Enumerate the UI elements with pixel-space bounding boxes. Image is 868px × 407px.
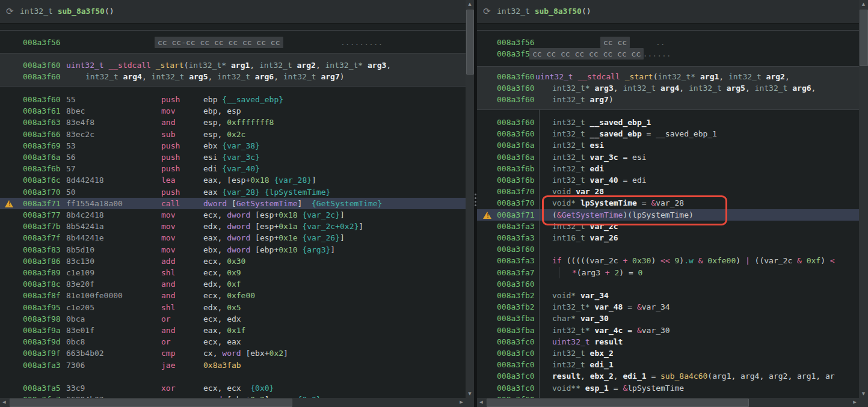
address[interactable]: 008a3f9d	[23, 336, 61, 347]
address[interactable]: 008a3f77	[23, 209, 61, 221]
code-token[interactable]: edx,	[203, 280, 227, 289]
address[interactable]: 008a3f71	[23, 198, 61, 209]
hex-bytes-row[interactable]: 008a3f56cc cc-cc cc cc cc cc cc cc......…	[0, 37, 466, 48]
scroll-right-button[interactable]: ▶	[457, 398, 466, 407]
disassembly-row[interactable]: 008a3f7b8b54241amovedx, dword [esp+0x1a …	[0, 221, 466, 232]
address[interactable]: 008a3fb2	[497, 290, 535, 301]
code-token[interactable]: sub_8a3f50	[58, 7, 105, 16]
address[interactable]: 008a3f9a	[23, 325, 61, 336]
hlil-expression[interactable]: int32_t __saved_ebp_1	[552, 117, 651, 128]
code-token[interactable]: ,	[614, 84, 623, 93]
code-token[interactable]: edx,	[203, 222, 227, 231]
code-token[interactable]: ,	[745, 84, 755, 93]
hex-bytes-row[interactable]: 008a3f56cc cc..	[477, 37, 859, 48]
address[interactable]: 008a3f9f	[23, 347, 61, 359]
operands[interactable]: eax, dword [esp+0x1e {var_26}]	[203, 232, 345, 243]
code-token[interactable]: ebp	[203, 95, 222, 104]
code-token[interactable]: ,	[250, 61, 259, 70]
signature-row[interactable]: 008a3f60int32_t arg4, int32_t arg5, int3…	[0, 71, 466, 82]
operands[interactable]: eax, [esp+0x18 {var_28}]	[203, 174, 316, 186]
disassembly-row[interactable]: 008a3fa766894b02movword [ebx+0x2], cx {0…	[0, 394, 466, 398]
mnemonic[interactable]: xor	[161, 382, 175, 394]
address[interactable]: 008a3f6b	[23, 163, 61, 174]
address[interactable]: 008a3f60	[23, 94, 61, 105]
scroll-down-button[interactable]: ▼	[859, 390, 868, 398]
code-token[interactable]: sub_8a3f50	[535, 7, 582, 16]
instruction-bytes[interactable]: 0bca	[66, 313, 85, 325]
signature-row[interactable]: 008a3f60int32_t arg7)	[477, 94, 859, 105]
code-token[interactable]: ,	[142, 72, 152, 81]
code-token[interactable]: ]	[340, 210, 345, 219]
hlil-row[interactable]: 008a3f70void* lpSystemTime = &var_28	[477, 197, 859, 209]
code-token[interactable]: eax,	[203, 326, 227, 335]
disassembly-row[interactable]: 008a3fa533c9xorecx, ecx {0x0}	[0, 382, 466, 394]
instruction-bytes[interactable]: 83e01f	[66, 325, 94, 336]
code-token[interactable]	[53, 7, 58, 16]
code-token[interactable]: *	[572, 268, 577, 277]
code-token[interactable]: {var_40}	[222, 164, 260, 173]
code-token[interactable]: [ebx+	[241, 349, 269, 358]
address[interactable]: 008a3f56	[23, 37, 61, 48]
signature-text[interactable]: int32_t arg4, int32_t arg5, int32_t arg6…	[85, 71, 345, 82]
code-token[interactable]: int32_t	[552, 349, 585, 358]
disassembly-row[interactable]: 008a3f6c8d442418leaeax, [esp+0x18 {var_2…	[0, 174, 466, 186]
address[interactable]: 008a3f69	[23, 140, 61, 151]
mnemonic[interactable]: cmp	[161, 347, 175, 359]
disassembly-row[interactable]: 008a3f6a56pushesi {var_3c}	[0, 151, 466, 163]
instruction-bytes[interactable]: 663b4b02	[66, 347, 104, 359]
code-token[interactable]: ,	[811, 84, 816, 93]
hex-bytes-row[interactable]: 008a3f58cc cc cc cc cc cc cc cc........	[477, 48, 859, 60]
code-token[interactable]: {var_38}	[222, 141, 260, 150]
mnemonic[interactable]: push	[161, 186, 180, 198]
instruction-bytes[interactable]: 8b5d10	[66, 244, 94, 256]
hlil-expression[interactable]: int32_t esi	[552, 139, 604, 151]
horizontal-scrollbar[interactable]: ◀ ▶	[477, 398, 859, 407]
code-token[interactable]: void*	[552, 291, 576, 300]
address[interactable]: 008a3f70	[497, 197, 535, 209]
address[interactable]: 008a3f6a	[23, 151, 61, 163]
code-token[interactable]: arg5	[184, 72, 208, 81]
mnemonic[interactable]: push	[161, 163, 180, 174]
hlil-row[interactable]: 008a3fb2int32_t* var_48 = &var_34	[477, 301, 859, 313]
code-token[interactable]: int32_t*	[658, 72, 696, 81]
hlil-expression[interactable]: char* var_30	[552, 313, 609, 324]
hlil-row[interactable]: 008a3fc0int32_t ebx_2	[477, 347, 859, 359]
scroll-down-button[interactable]: ▼	[466, 390, 474, 398]
instruction-bytes[interactable]: 83ec2c	[66, 129, 94, 140]
code-token[interactable]: var_30	[576, 314, 609, 323]
code-token[interactable]: arg7	[585, 95, 609, 104]
operands[interactable]: eax, 0x1f	[203, 325, 245, 336]
hlil-expression[interactable]: int32_t var_2c	[552, 221, 618, 232]
disassembly-row[interactable]: 008a3f95c1e205shledx, 0x5	[0, 302, 466, 313]
code-token[interactable]: void*	[552, 198, 576, 207]
hlil-expression[interactable]: (&GetSystemTime)(lpSystemTime)	[552, 209, 694, 221]
hlil-expression[interactable]: int32_t var_3c = esi	[552, 151, 647, 163]
code-token[interactable]: 0x1a	[279, 222, 297, 231]
instruction-bytes[interactable]: 8b44241e	[66, 232, 104, 243]
instruction-bytes[interactable]: 7306	[66, 360, 85, 371]
code-token[interactable]: (	[552, 210, 557, 219]
disassembly-row[interactable]: 008a3f6b57pushedi {var_40}	[0, 163, 466, 174]
signature-text[interactable]: uint32_t __stdcall _start(int32_t* arg1,…	[66, 60, 391, 71]
code-token[interactable]: 0x30	[227, 257, 245, 266]
code-token[interactable]: 0xf	[807, 256, 820, 265]
signature-row[interactable]: 008a3f60uint32_t __stdcall _start(int32_…	[0, 60, 466, 71]
instruction-bytes[interactable]: c1e205	[66, 302, 94, 313]
code-token[interactable]: ebx,	[203, 245, 227, 254]
address[interactable]: 008a3f6a	[497, 151, 535, 163]
scroll-up-button[interactable]: ▲	[859, 0, 868, 8]
code-token[interactable]	[530, 7, 535, 16]
hlil-row[interactable]: 008a3f6aint32_t esi	[477, 139, 859, 151]
mnemonic[interactable]: push	[161, 140, 180, 151]
address[interactable]: 008a3f6a	[497, 139, 535, 151]
code-token[interactable]: var_3c	[585, 153, 618, 162]
code-token[interactable]: )	[651, 256, 660, 265]
address[interactable]: 008a3f60	[497, 128, 535, 139]
code-token[interactable]: =	[623, 326, 636, 335]
code-token[interactable]: int32_t*	[552, 302, 590, 311]
instruction-bytes[interactable]: 33c9	[66, 382, 85, 394]
code-token[interactable]: (((((var_2c	[562, 256, 623, 265]
code-token[interactable]: arg4	[119, 72, 142, 81]
code-token[interactable]: dword	[227, 245, 250, 254]
code-token[interactable]: _start	[156, 61, 184, 70]
